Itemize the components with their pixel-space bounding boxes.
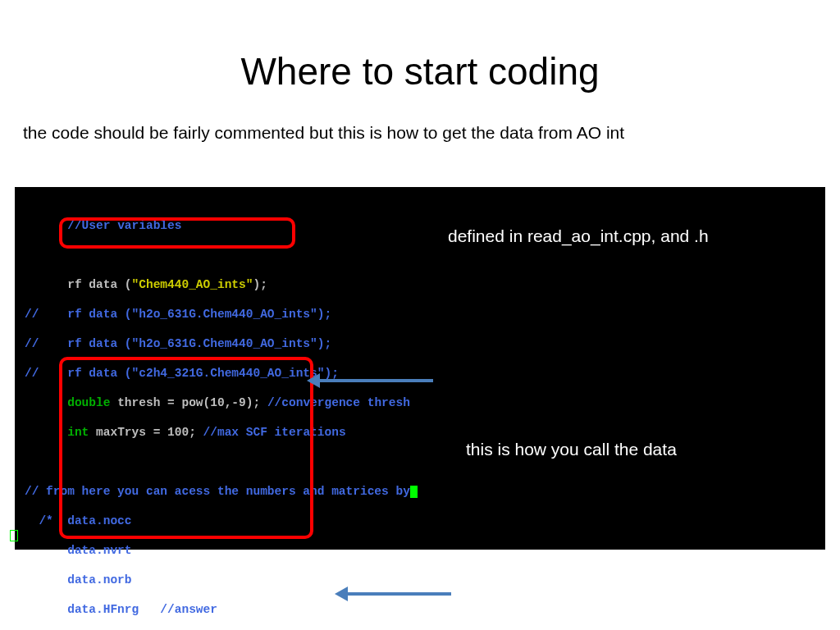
code-comment: // rf data ("c2h4_321G.Chem440_AO_ints")… [25, 367, 339, 380]
code-text: ); [253, 278, 267, 291]
code-comment: // rf data ("h2o_631G.Chem440_AO_ints"); [25, 337, 331, 350]
code-keyword: int [67, 426, 89, 439]
code-comment: /* data.nocc [25, 514, 132, 527]
code-text: rf data ( [67, 278, 131, 291]
code-text: thresh = pow(10,-9); [110, 396, 267, 409]
code-comment: // rf data ("h2o_631G.Chem440_AO_ints"); [25, 308, 331, 321]
annotation-label: defined in read_ao_int.cpp, and .h [448, 226, 709, 246]
cursor-icon [410, 486, 418, 498]
code-comment: // from here you can acess the numbers a… [25, 485, 410, 498]
slide-title: Where to start coding [0, 49, 840, 94]
cursor-box-icon [10, 530, 18, 541]
slide-subtitle: the code should be fairly commented but … [23, 123, 840, 143]
code-comment: //convergence thresh [267, 396, 410, 409]
code-comment: data.HFnrg //answer [25, 603, 217, 616]
code-comment: //max SCF iterations [203, 426, 346, 439]
code-comment: data.nvrt [25, 544, 132, 557]
code-comment: data.norb [25, 573, 132, 587]
code-string: "Chem440_AO_ints" [132, 278, 253, 291]
code-text: maxTrys = 100; [89, 426, 203, 439]
code-keyword: double [67, 396, 110, 409]
annotation-label: this is how you call the data [466, 440, 677, 459]
code-comment: //User variables [67, 219, 181, 232]
